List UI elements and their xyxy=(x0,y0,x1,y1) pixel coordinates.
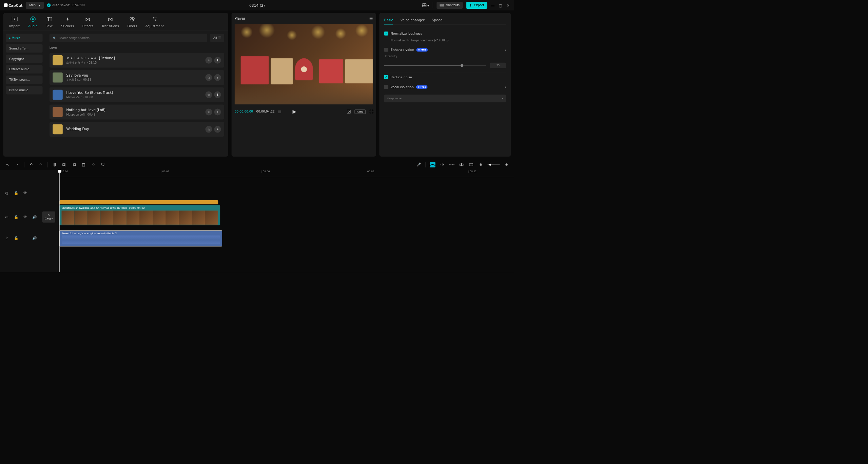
vocal-isolation-checkbox[interactable] xyxy=(384,85,388,89)
song-item[interactable]: Ｖａｌｅｎｔｉｎｅ【Redone】幸子小姐拜托了 · 03:15 ☆⬇ xyxy=(50,53,224,68)
song-action-button[interactable]: ＋ xyxy=(214,126,221,133)
chevron-icon[interactable]: ▴ xyxy=(505,85,506,88)
cover-button[interactable]: ✎ Cover xyxy=(42,211,55,222)
video-track-icon[interactable]: ▭ xyxy=(4,214,10,220)
tab-speed[interactable]: Speed xyxy=(432,16,443,24)
titlebar: CapCut Menu▾ ✓ Auto saved: 11:47:00 0314… xyxy=(0,0,514,11)
normalize-checkbox[interactable]: ✓ xyxy=(384,32,388,36)
tab-filters[interactable]: Filters xyxy=(127,16,137,28)
favorite-button[interactable]: ☆ xyxy=(205,126,212,133)
intensity-value[interactable]: 75 xyxy=(490,63,506,68)
search-box[interactable]: 🔍 xyxy=(50,34,208,42)
song-meta: 幸子小姐拜托了 · 03:15 xyxy=(66,61,201,65)
tab-stickers[interactable]: ✦Stickers xyxy=(61,16,74,28)
layout-icon[interactable]: ▾ xyxy=(422,3,429,7)
split-button[interactable] xyxy=(52,162,58,167)
song-action-button[interactable]: ＋ xyxy=(214,74,221,81)
video-clip[interactable]: Christmas snowglobe and Christmas gifts … xyxy=(59,205,220,225)
mute-icon[interactable]: 🔊 xyxy=(32,235,38,241)
playhead[interactable] xyxy=(59,170,60,272)
favorite-button[interactable]: ☆ xyxy=(205,74,212,81)
sidebar-item-brand-music[interactable]: Brand music xyxy=(6,86,43,95)
tab-effects[interactable]: ⋈Effects xyxy=(82,16,93,28)
eye-icon[interactable]: 👁 xyxy=(22,190,28,196)
grid-view-icon[interactable]: ▦ xyxy=(278,109,281,114)
marker-button[interactable] xyxy=(100,162,106,167)
enhance-checkbox[interactable] xyxy=(384,48,388,52)
close-button[interactable]: ✕ xyxy=(506,3,510,7)
redo-button[interactable]: ↷ xyxy=(38,162,44,167)
song-action-button[interactable]: ⬇ xyxy=(214,91,221,98)
sidebar-item-music[interactable]: ▸ Music xyxy=(6,34,43,42)
sidebar-item-sound-effects[interactable]: Sound effe… xyxy=(6,44,43,53)
zoom-out-icon[interactable]: ⊖ xyxy=(478,162,484,167)
export-button[interactable]: ⬆Export xyxy=(466,2,487,9)
tab-audio[interactable]: Audio xyxy=(28,16,38,28)
play-button[interactable]: ▶ xyxy=(292,109,296,115)
cursor-tool[interactable]: ↖ xyxy=(5,162,11,167)
media-tabs: Import Audio TIText ✦Stickers ⋈Effects ⋈… xyxy=(3,13,228,31)
song-action-button[interactable]: ＋ xyxy=(214,108,221,115)
song-title: Wedding Day xyxy=(66,127,201,131)
tab-transitions[interactable]: ⋈Transitions xyxy=(102,16,119,28)
sidebar-item-tiktok-sounds[interactable]: TikTok soun… xyxy=(6,76,43,84)
video-preview[interactable] xyxy=(235,24,373,104)
zoom-slider[interactable] xyxy=(488,164,500,165)
tab-basic[interactable]: Basic xyxy=(384,16,393,24)
undo-button[interactable]: ↶ xyxy=(28,162,34,167)
search-input[interactable] xyxy=(59,36,204,40)
filter-button[interactable]: All☰ xyxy=(210,34,224,42)
lock-icon[interactable]: 🔒 xyxy=(13,214,19,220)
song-item[interactable]: Wedding Day ☆＋ xyxy=(50,122,224,137)
zoom-in-icon[interactable]: ⊕ xyxy=(504,162,509,167)
adjustment-clip[interactable] xyxy=(59,200,218,204)
intensity-slider[interactable] xyxy=(384,65,486,66)
audio-track-icon[interactable]: ♪ xyxy=(4,235,10,241)
player-menu-icon[interactable]: ☰ xyxy=(369,16,373,21)
sidebar-item-extract-audio[interactable]: Extract audio xyxy=(6,65,43,74)
eye-icon[interactable]: 👁 xyxy=(22,214,28,220)
tab-text[interactable]: TIText xyxy=(46,16,53,28)
snapshot-icon[interactable] xyxy=(346,109,351,114)
song-action-button[interactable]: ⬇ xyxy=(214,57,221,64)
mute-icon[interactable]: 🔊 xyxy=(32,214,38,220)
menu-button[interactable]: Menu▾ xyxy=(26,2,44,9)
tab-import[interactable]: Import xyxy=(9,16,20,28)
song-item[interactable]: Nothing but Love (Lofi)Muspace Lofi · 00… xyxy=(50,105,224,120)
reverse-button[interactable]: ⟲ xyxy=(91,162,96,167)
filters-icon xyxy=(129,16,136,22)
song-item[interactable]: Say love you罗艺歆Elsa · 00:38 ☆＋ xyxy=(50,70,224,85)
song-item[interactable]: I Love You So (Bonus Track)Maher Zain · … xyxy=(50,87,224,102)
align-icon[interactable] xyxy=(459,162,464,167)
reduce-noise-checkbox[interactable]: ✓ xyxy=(384,75,388,79)
ratio-button[interactable]: Ratio xyxy=(354,109,366,114)
delete-button[interactable] xyxy=(81,162,86,167)
mic-icon[interactable]: 🎤 xyxy=(416,162,422,167)
audio-clip[interactable]: Powerful race / car engine sound effects… xyxy=(59,230,222,246)
favorite-button[interactable]: ☆ xyxy=(205,91,212,98)
chevron-icon[interactable]: ▴ xyxy=(505,48,506,51)
cursor-dropdown[interactable]: ▾ xyxy=(15,162,20,167)
maximize-button[interactable]: ▢ xyxy=(498,3,502,7)
clock-icon[interactable]: ◷ xyxy=(4,190,10,196)
fullscreen-icon[interactable]: ⛶ xyxy=(369,109,373,114)
chain-icon[interactable]: ⌐⌐ xyxy=(449,162,455,167)
favorite-button[interactable]: ☆ xyxy=(205,108,212,115)
tab-adjustment[interactable]: Adjustment xyxy=(146,16,164,28)
link-icon[interactable] xyxy=(439,162,445,167)
timeline-ruler[interactable]: 00:00 00:03 00:06 00:09 00:12 xyxy=(58,170,514,177)
timeline-tracks[interactable]: 00:00 00:03 00:06 00:09 00:12 Christmas … xyxy=(58,170,514,272)
shortcuts-button[interactable]: ⌨Shortcuts xyxy=(437,2,463,9)
lock-icon[interactable]: 🔒 xyxy=(13,190,19,196)
lock-icon[interactable]: 🔒 xyxy=(13,235,19,241)
split-left-button[interactable] xyxy=(61,162,67,167)
magnet-on-icon[interactable]: ◇━◇ xyxy=(430,162,436,167)
favorite-button[interactable]: ☆ xyxy=(205,57,212,64)
preview-icon[interactable] xyxy=(468,162,474,167)
split-right-button[interactable] xyxy=(71,162,77,167)
tab-voice-changer[interactable]: Voice changer xyxy=(400,16,424,24)
sidebar-item-copyright[interactable]: Copyright xyxy=(6,55,43,63)
vocal-option-select[interactable]: Keep vocal▾ xyxy=(384,95,506,102)
minimize-button[interactable]: — xyxy=(491,3,495,7)
adjustment-icon xyxy=(151,16,158,22)
